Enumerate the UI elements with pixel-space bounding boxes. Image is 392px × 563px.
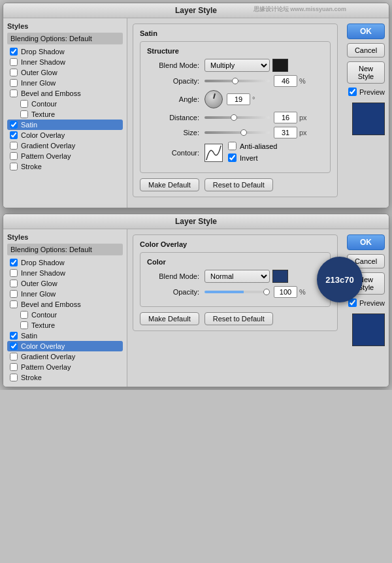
style-stroke-2[interactable]: Stroke xyxy=(7,372,123,383)
style-texture-2[interactable]: Texture xyxy=(7,320,123,330)
section-box-color-overlay: Color Overlay Color Blend Mode: Normal M… xyxy=(133,234,338,331)
ok-btn-1[interactable]: OK xyxy=(347,24,385,39)
checkbox-bevel-emboss-2[interactable] xyxy=(10,300,18,308)
window-title-1: Layer Style xyxy=(175,6,217,15)
checkbox-inner-shadow-1[interactable] xyxy=(10,58,18,66)
checkbox-satin-2[interactable] xyxy=(10,332,18,340)
angle-input[interactable] xyxy=(227,93,250,105)
checkbox-pattern-overlay-2[interactable] xyxy=(10,363,18,371)
blend-mode-select[interactable]: Multiply Normal Screen xyxy=(204,59,270,72)
distance-slider[interactable] xyxy=(204,116,270,119)
style-color-overlay-2[interactable]: Color Overlay xyxy=(7,341,123,351)
style-inner-shadow-2[interactable]: Inner Shadow xyxy=(7,268,123,278)
checkbox-drop-shadow-1[interactable] xyxy=(10,48,18,56)
opacity-unit-2: % xyxy=(299,288,306,296)
checkbox-bevel-emboss-1[interactable] xyxy=(10,89,18,97)
opacity-input[interactable] xyxy=(274,75,297,87)
style-color-overlay-1[interactable]: Color Overlay xyxy=(7,130,123,140)
make-default-btn-1[interactable]: Make Default xyxy=(140,178,199,191)
contour-preview[interactable] xyxy=(204,144,223,162)
style-inner-glow-1[interactable]: Inner Glow xyxy=(7,78,123,88)
checkbox-color-overlay-1[interactable] xyxy=(10,131,18,139)
style-bevel-emboss-1[interactable]: Bevel and Emboss xyxy=(7,88,123,99)
opacity-thumb[interactable] xyxy=(232,78,238,84)
style-outer-glow-2[interactable]: Outer Glow xyxy=(7,278,123,289)
size-slider[interactable] xyxy=(204,131,270,134)
right-sidebar-1: OK Cancel New Style Preview xyxy=(343,18,389,208)
buttons-row-1: Make Default Reset to Default xyxy=(140,178,331,191)
style-inner-glow-2[interactable]: Inner Glow xyxy=(7,289,123,299)
style-satin-2[interactable]: Satin xyxy=(7,330,123,341)
anti-aliased-label: Anti-aliased xyxy=(240,142,277,150)
opacity-label-2: Opacity: xyxy=(147,288,199,296)
checkbox-contour-2[interactable] xyxy=(20,311,28,319)
checkbox-gradient-overlay-2[interactable] xyxy=(10,353,18,361)
preview-label-1: Preview xyxy=(359,88,385,96)
main-panel-2: Color Overlay Color Blend Mode: Normal M… xyxy=(127,229,343,387)
blending-options-1[interactable]: Blending Options: Default xyxy=(7,33,123,44)
ok-btn-2[interactable]: OK xyxy=(347,234,385,250)
make-default-btn-2[interactable]: Make Default xyxy=(140,312,199,325)
preview-box-2 xyxy=(352,314,385,346)
style-drop-shadow-2[interactable]: Drop Shadow xyxy=(7,257,123,268)
reset-btn-2[interactable]: Reset to Default xyxy=(204,312,273,325)
checkbox-outer-glow-1[interactable] xyxy=(10,69,18,76)
opacity-unit: % xyxy=(299,77,306,85)
checkbox-gradient-overlay-1[interactable] xyxy=(10,142,18,150)
title-bar-2: Layer Style xyxy=(3,214,389,229)
blend-mode-select-2[interactable]: Normal Multiply Screen xyxy=(204,270,270,283)
invert-checkbox[interactable] xyxy=(228,153,237,162)
style-contour-2[interactable]: Contour xyxy=(7,310,123,320)
styles-label-1: Styles xyxy=(7,22,123,30)
checkbox-contour-1[interactable] xyxy=(20,100,28,108)
checkbox-pattern-overlay-1[interactable] xyxy=(10,152,18,160)
structure-title: Structure xyxy=(147,47,323,55)
styles-panel-1: Styles Blending Options: Default Drop Sh… xyxy=(3,18,127,208)
distance-thumb[interactable] xyxy=(231,114,237,121)
opacity-input-2[interactable] xyxy=(274,286,297,298)
new-style-btn-1[interactable]: New Style xyxy=(347,61,385,84)
style-drop-shadow-1[interactable]: Drop Shadow xyxy=(7,46,123,57)
checkbox-inner-glow-2[interactable] xyxy=(10,290,18,298)
checkbox-satin-1[interactable] xyxy=(10,121,18,129)
checkbox-color-overlay-2[interactable] xyxy=(10,342,18,350)
style-contour-1[interactable]: Contour xyxy=(7,99,123,109)
anti-aliased-checkbox[interactable] xyxy=(228,142,237,150)
checkbox-inner-shadow-2[interactable] xyxy=(10,269,18,277)
opacity-row: Opacity: % xyxy=(147,75,323,87)
blend-color-swatch-1[interactable] xyxy=(272,59,288,72)
angle-knob[interactable] xyxy=(204,90,223,108)
style-inner-shadow-1[interactable]: Inner Shadow xyxy=(7,57,123,67)
blend-color-swatch-2[interactable] xyxy=(272,270,288,283)
size-input[interactable] xyxy=(274,127,297,138)
opacity-row-2: Opacity: % xyxy=(147,286,323,298)
style-gradient-overlay-1[interactable]: Gradient Overlay xyxy=(7,140,123,151)
checkbox-drop-shadow-2[interactable] xyxy=(10,259,18,266)
style-bevel-emboss-2[interactable]: Bevel and Emboss xyxy=(7,299,123,310)
style-pattern-overlay-1[interactable]: Pattern Overlay xyxy=(7,151,123,161)
opacity-thumb-2[interactable] xyxy=(263,289,270,295)
opacity-slider[interactable] xyxy=(204,80,270,82)
preview-checkbox-1[interactable] xyxy=(348,88,357,96)
checkbox-outer-glow-2[interactable] xyxy=(10,280,18,287)
size-thumb[interactable] xyxy=(240,129,247,136)
checkbox-texture-1[interactable] xyxy=(20,110,28,118)
style-texture-1[interactable]: Texture xyxy=(7,109,123,120)
style-outer-glow-1[interactable]: Outer Glow xyxy=(7,67,123,78)
angle-unit: ° xyxy=(252,95,255,103)
opacity-slider-2[interactable] xyxy=(204,291,270,293)
distance-input[interactable] xyxy=(274,112,297,123)
checkbox-stroke-1[interactable] xyxy=(10,163,18,170)
blending-options-2[interactable]: Blending Options: Default xyxy=(7,244,123,255)
checkbox-stroke-2[interactable] xyxy=(10,374,18,381)
cancel-btn-1[interactable]: Cancel xyxy=(347,43,385,57)
checkbox-inner-glow-1[interactable] xyxy=(10,79,18,87)
style-stroke-1[interactable]: Stroke xyxy=(7,161,123,172)
style-gradient-overlay-2[interactable]: Gradient Overlay xyxy=(7,351,123,362)
reset-btn-1[interactable]: Reset to Default xyxy=(204,178,273,191)
style-pattern-overlay-2[interactable]: Pattern Overlay xyxy=(7,362,123,372)
style-satin-1[interactable]: Satin xyxy=(7,120,123,130)
checkbox-texture-2[interactable] xyxy=(20,321,28,329)
blend-mode-row: Blend Mode: Multiply Normal Screen xyxy=(147,59,323,72)
distance-label: Distance: xyxy=(147,114,199,121)
